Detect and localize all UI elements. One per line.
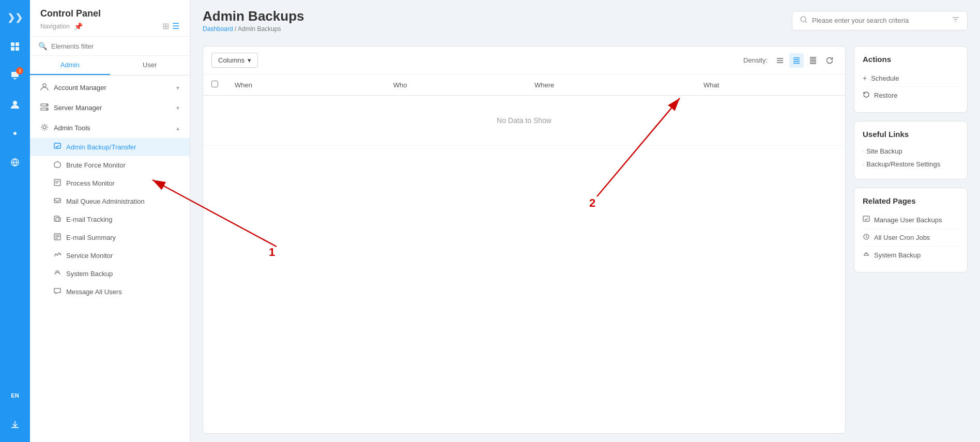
backup-transfer-label: Admin Backup/Transfer [66,143,136,151]
restore-action[interactable]: Restore [863,87,959,104]
sidebar: Control Panel Navigation 📌 ⊞ ☰ 🔍 Admin U… [30,0,190,442]
site-backup-link[interactable]: Site Backup [863,145,959,158]
mail-queue-icon [54,197,61,206]
schedule-action[interactable]: + Schedule [863,70,959,87]
mail-queue-label: Mail Queue Administration [66,197,145,205]
sidebar-item-email-summary[interactable]: E-mail Summary [30,228,190,247]
sidebar-item-process-monitor[interactable]: Process Monitor [30,174,190,192]
density-normal-btn[interactable] [789,53,804,68]
sidebar-tabs: Admin User [30,56,190,75]
filter-icon[interactable] [952,16,960,26]
sidebar-title: Control Panel [40,8,179,19]
svg-point-21 [60,254,61,255]
right-panel: Actions + Schedule Restore [854,46,968,434]
breadcrumb-current: Admin Backups [238,25,281,33]
svg-rect-2 [11,47,14,51]
server-manager-label: Server Manager [54,104,102,112]
service-monitor-icon [54,251,61,260]
page-title: Admin Backups [203,8,304,24]
select-all-checkbox[interactable] [211,81,218,87]
columns-btn-label: Columns [218,56,244,64]
sidebar-item-system-backup[interactable]: System Backup [30,265,190,283]
col-where: Where [526,74,695,96]
email-summary-label: E-mail Summary [66,234,116,241]
sidebar-item-service-monitor[interactable]: Service Monitor [30,247,190,265]
sidebar-search-input[interactable] [51,42,181,50]
density-refresh-btn[interactable] [822,53,837,68]
svg-point-13 [47,109,48,110]
sidebar-search: 🔍 [30,37,190,56]
email-summary-icon [54,233,61,242]
svg-point-22 [801,17,806,22]
svg-rect-0 [11,42,14,46]
server-manager-icon [40,103,49,113]
system-backup-related-icon [863,251,870,260]
pin-icon[interactable]: 📌 [74,22,83,31]
service-monitor-label: Service Monitor [66,252,113,260]
message-badge: 3 [16,67,23,74]
sidebar-item-server-manager[interactable]: Server Manager ▾ [30,98,190,118]
nav-icon-user[interactable] [6,95,24,114]
nav-icon-globe[interactable] [6,153,24,172]
system-backup-icon [54,269,61,278]
restore-icon [863,91,870,100]
main-header: Admin Backups Dashboard / Admin Backups [190,0,980,38]
col-who: Who [385,74,526,96]
breadcrumb-parent[interactable]: Dashboard [203,25,233,33]
related-all-user-cron-jobs[interactable]: All User Cron Jobs [863,229,959,247]
sidebar-item-admin-tools[interactable]: Admin Tools ▴ [30,118,190,138]
density-compact-btn[interactable] [806,53,820,68]
tab-admin[interactable]: Admin [30,56,110,75]
nav-icon-grid[interactable] [6,37,24,56]
columns-button[interactable]: Columns ▾ [211,53,258,68]
density-comfortable-btn[interactable] [773,53,787,68]
language-selector[interactable]: EN [11,392,19,399]
nav-icon-download[interactable] [6,415,24,434]
logo-icon[interactable]: ❯❯ [6,8,24,27]
columns-dropdown-icon: ▾ [248,56,251,64]
svg-point-12 [47,104,48,105]
email-tracking-icon [54,215,61,224]
nav-icon-settings[interactable] [6,124,24,143]
manage-backups-icon [863,216,870,224]
sidebar-header: Control Panel Navigation 📌 ⊞ ☰ [30,0,190,37]
nav-section: Account Manager ▾ Server Manager ▾ [30,75,190,303]
related-manage-user-backups[interactable]: Manage User Backups [863,211,959,229]
svg-point-5 [13,132,17,135]
useful-links-section: Useful Links Site Backup Backup/Restore … [854,121,968,179]
sidebar-item-admin-backup-transfer[interactable]: Admin Backup/Transfer [30,138,190,156]
nav-icon-messages[interactable]: 3 [6,66,24,85]
grid-layout-icon[interactable]: ⊞ [162,21,169,31]
svg-rect-1 [16,42,19,46]
svg-rect-19 [56,218,60,221]
backup-restore-settings-link[interactable]: Backup/Restore Settings [863,158,959,171]
restore-label: Restore [874,92,898,99]
top-search-input[interactable] [812,17,947,24]
density-buttons [773,53,837,68]
brute-force-label: Brute Force Monitor [66,161,126,169]
svg-rect-35 [863,216,869,221]
list-layout-icon[interactable]: ☰ [172,21,179,31]
navigation-label: Navigation [40,23,70,30]
svg-point-14 [43,126,46,129]
related-pages-title: Related Pages [863,196,959,205]
sidebar-item-account-manager[interactable]: Account Manager ▾ [30,78,190,98]
col-when: When [226,74,385,96]
sidebar-item-message-all-users[interactable]: Message All Users [30,283,190,301]
sidebar-item-brute-force-monitor[interactable]: Brute Force Monitor [30,156,190,174]
brute-force-icon [54,161,61,170]
admin-tools-icon [40,123,49,133]
system-backup-label: System Backup [66,270,113,278]
no-data-message: No Data to Show [203,96,845,146]
message-all-icon [54,287,61,296]
tab-user[interactable]: User [110,56,190,75]
table-panel: Columns ▾ Density: [203,46,846,434]
process-monitor-icon [54,179,61,188]
sidebar-item-email-tracking[interactable]: E-mail Tracking [30,210,190,228]
related-system-backup[interactable]: System Backup [863,247,959,264]
svg-point-4 [13,101,17,105]
process-monitor-label: Process Monitor [66,179,115,187]
sidebar-item-mail-queue[interactable]: Mail Queue Administration [30,192,190,210]
density-label: Density: [743,56,768,64]
related-pages-section: Related Pages Manage User Backups [854,188,968,272]
